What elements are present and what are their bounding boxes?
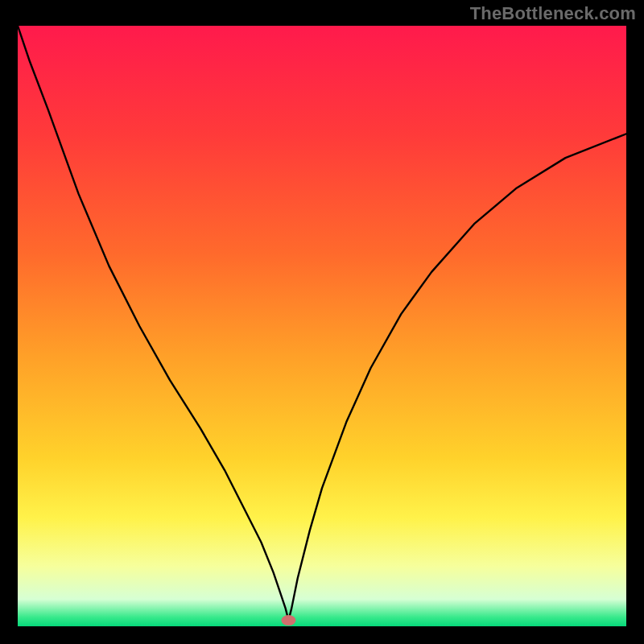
bottleneck-plot [18,26,626,626]
chart-container: TheBottleneck.com [0,0,644,644]
optimal-point-marker [281,615,295,625]
watermark-text: TheBottleneck.com [470,3,636,24]
gradient-background [18,26,626,626]
plot-area [18,26,626,626]
